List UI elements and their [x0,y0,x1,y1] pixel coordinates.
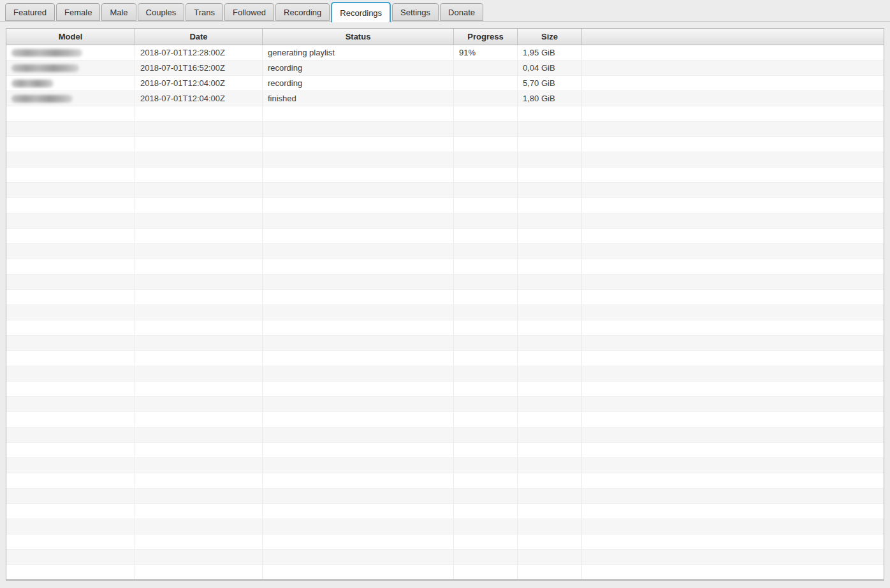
progress-cell [454,61,518,75]
table-row[interactable]: 2018-07-01T12:04:00Z recording 5,70 GiB [6,76,884,91]
tab-recordings-selected[interactable]: Recordings [331,2,391,22]
empty-cell [263,183,454,197]
model-cell [6,45,135,60]
table-row[interactable]: 2018-07-01T12:28:00Z generating playlist… [6,45,884,61]
empty-table-row [6,229,884,244]
empty-cell [263,397,454,412]
empty-cell [518,489,582,503]
empty-cell [135,427,263,442]
empty-cell [582,290,884,305]
column-header-progress[interactable]: Progress [454,29,518,45]
tab-featured[interactable]: Featured [5,3,55,21]
empty-cell [135,198,263,213]
empty-cell [135,550,263,564]
empty-cell [454,366,518,381]
table-body: 2018-07-01T12:28:00Z generating playlist… [6,45,884,580]
model-redaction-smudge [11,95,73,103]
tab-trans[interactable]: Trans [186,3,223,21]
date-cell: 2018-07-01T12:04:00Z [135,91,263,106]
column-header-status[interactable]: Status [263,29,454,45]
empty-cell [518,336,582,350]
empty-cell [518,534,582,549]
tab-male[interactable]: Male [101,3,136,21]
empty-cell [6,275,135,289]
empty-cell [6,290,135,305]
empty-cell [263,351,454,366]
tab-donate[interactable]: Donate [440,3,483,21]
empty-cell [454,397,518,412]
progress-cell [454,76,518,90]
empty-cell [6,351,135,366]
empty-cell [135,137,263,152]
empty-table-row [6,397,884,412]
empty-cell [6,305,135,320]
column-header-size[interactable]: Size [518,29,582,45]
tab-female[interactable]: Female [56,3,100,21]
table-row[interactable]: 2018-07-01T16:52:00Z recording 0,04 GiB [6,61,884,76]
empty-cell [582,412,884,427]
empty-cell [582,244,884,259]
empty-cell [263,382,454,396]
tab-settings[interactable]: Settings [392,3,439,21]
empty-cell [582,183,884,197]
empty-cell [582,122,884,136]
column-header-filler [582,29,884,45]
column-header-model[interactable]: Model [6,29,135,45]
empty-cell [518,320,582,335]
empty-cell [582,106,884,121]
empty-cell [6,137,135,152]
empty-table-row [6,534,884,550]
column-header-date[interactable]: Date [135,29,263,45]
tab-recording[interactable]: Recording [275,3,330,21]
empty-cell [518,290,582,305]
empty-cell [454,168,518,182]
empty-cell [454,351,518,366]
model-cell [6,76,135,90]
empty-cell [6,412,135,427]
empty-cell [263,198,454,213]
empty-cell [263,550,454,564]
empty-cell [263,168,454,182]
empty-table-row [6,519,884,534]
empty-cell [582,489,884,503]
empty-cell [454,305,518,320]
filler-cell [582,91,884,106]
tab-followed[interactable]: Followed [224,3,274,21]
empty-cell [135,320,263,335]
empty-cell [582,473,884,488]
empty-cell [582,168,884,182]
table-row[interactable]: 2018-07-01T12:04:00Z finished 1,80 GiB [6,91,884,106]
empty-cell [6,489,135,503]
empty-cell [135,397,263,412]
status-cell: recording [263,61,454,75]
empty-cell [6,229,135,243]
empty-table-row [6,458,884,473]
empty-table-row [6,382,884,397]
model-redaction-smudge [11,49,82,57]
empty-cell [518,397,582,412]
empty-cell [135,168,263,182]
tab-couples[interactable]: Couples [138,3,185,21]
empty-cell [582,504,884,519]
empty-cell [454,427,518,442]
empty-cell [263,336,454,350]
empty-cell [518,198,582,213]
empty-cell [582,534,884,549]
progress-cell: 91% [454,45,518,60]
empty-cell [135,305,263,320]
empty-cell [135,336,263,350]
progress-cell [454,91,518,106]
empty-cell [263,152,454,167]
empty-table-row [6,336,884,351]
model-cell [6,61,135,75]
empty-table-row [6,152,884,168]
empty-cell [263,427,454,442]
empty-cell [518,550,582,564]
empty-cell [263,305,454,320]
empty-cell [454,198,518,213]
empty-cell [135,366,263,381]
empty-cell [263,504,454,519]
empty-cell [582,305,884,320]
empty-cell [518,565,582,580]
date-cell: 2018-07-01T12:28:00Z [135,45,263,60]
